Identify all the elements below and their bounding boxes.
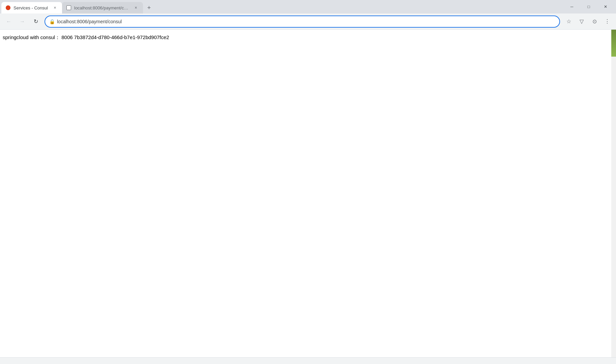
scrollbar-thumb[interactable] (611, 30, 616, 57)
maximize-button[interactable]: □ (581, 1, 596, 12)
status-bar (0, 357, 616, 364)
title-bar: Services - Consul × localhost:8006/payme… (0, 0, 616, 13)
tab-services-consul[interactable]: Services - Consul × (1, 2, 62, 13)
address-bar-container: 🔒 (45, 16, 560, 28)
tab-close-1[interactable]: × (52, 5, 58, 11)
address-input[interactable] (57, 19, 555, 24)
browser-window: Services - Consul × localhost:8006/payme… (0, 0, 616, 364)
page-text: springcloud with consul： 8006 7b3872d4-d… (3, 34, 613, 41)
tab-title-2: localhost:8006/payment/cons (74, 5, 130, 10)
lock-icon: 🔒 (49, 19, 55, 24)
window-controls: ─ □ ✕ (564, 0, 616, 13)
menu-button[interactable]: ⋮ (601, 16, 613, 28)
scrollbar-track[interactable] (611, 30, 616, 357)
forward-button[interactable]: → (16, 16, 28, 28)
page-content: springcloud with consul： 8006 7b3872d4-d… (0, 30, 616, 357)
bookmark-button[interactable]: ☆ (563, 16, 575, 28)
tab-localhost[interactable]: localhost:8006/payment/cons × (62, 2, 143, 13)
reload-button[interactable]: ↻ (30, 16, 42, 28)
tabs-area: Services - Consul × localhost:8006/payme… (0, 2, 564, 13)
tab-favicon-page (66, 5, 71, 10)
profile-button[interactable]: ⊙ (588, 16, 600, 28)
tab-close-2[interactable]: × (133, 5, 139, 11)
minimize-button[interactable]: ─ (564, 1, 580, 12)
back-button[interactable]: ← (3, 16, 15, 28)
tab-favicon-consul (5, 5, 11, 10)
new-tab-button[interactable]: + (144, 3, 154, 12)
tab-title-1: Services - Consul (13, 5, 49, 10)
nav-right-icons: ☆ ▽ ⊙ ⋮ (563, 16, 613, 28)
download-button[interactable]: ▽ (576, 16, 588, 28)
close-button[interactable]: ✕ (598, 1, 613, 12)
nav-bar: ← → ↻ 🔒 ☆ ▽ ⊙ ⋮ (0, 13, 616, 30)
